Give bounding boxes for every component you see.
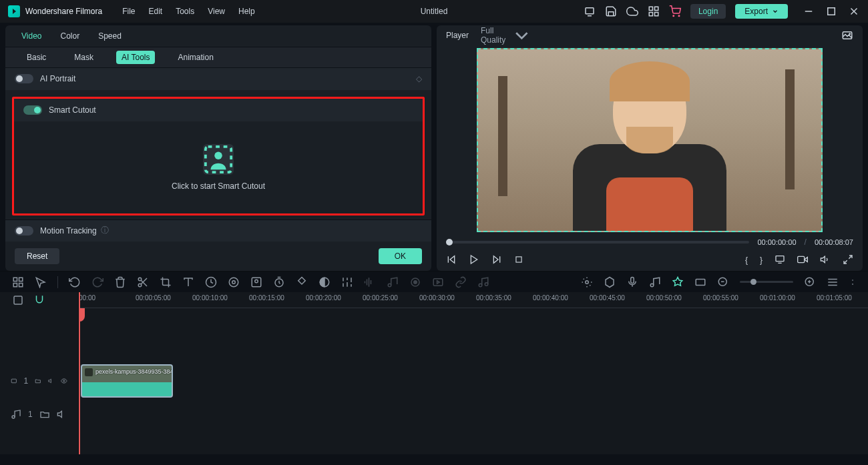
link-icon[interactable] [455,276,467,288]
more-icon[interactable] [849,276,856,288]
zoom-slider[interactable] [740,281,793,283]
tab-color[interactable]: Color [60,31,79,41]
list-icon[interactable] [827,276,839,288]
help-icon[interactable]: ⓘ [101,225,109,236]
camera-icon[interactable] [797,254,808,267]
login-button[interactable]: Login [690,4,726,19]
render-icon[interactable] [432,276,444,288]
mask-tool-icon[interactable] [318,276,331,288]
subtab-mask[interactable]: Mask [69,51,99,64]
mark-in-icon[interactable]: { [745,256,748,265]
menu-file[interactable]: File [122,7,135,16]
display-icon[interactable] [775,254,785,267]
folder-icon[interactable] [35,364,41,398]
undo-icon[interactable] [69,276,81,288]
mute-icon[interactable] [57,398,67,431]
mark-out-icon[interactable]: } [760,256,763,265]
minimize-icon[interactable] [803,5,815,17]
menu-help[interactable]: Help [238,7,255,16]
smart-cutout-start-button[interactable] [203,144,234,175]
music-icon[interactable] [477,276,489,288]
mixer-icon[interactable] [649,276,661,288]
effects-icon[interactable] [581,276,593,288]
svg-point-49 [388,284,391,287]
timeline-ruler[interactable]: 00:0000:00:05:0000:00:10:0000:00:15:0000… [79,292,868,308]
player-viewport[interactable] [437,45,863,235]
zoom-in-icon[interactable] [804,276,816,288]
apps-icon[interactable] [648,5,660,17]
visibility-icon[interactable] [61,364,67,398]
timeline-canvas[interactable]: 00:0000:00:05:0000:00:10:0000:00:15:0000… [79,292,868,454]
export-button[interactable]: Export [735,4,788,19]
mute-icon[interactable] [48,364,55,398]
split-icon[interactable] [137,276,149,288]
video-track-header: 1 [0,364,78,398]
color-icon[interactable] [228,276,240,288]
cursor-icon[interactable] [35,276,47,288]
ok-button[interactable]: OK [379,248,422,264]
timer-icon[interactable] [273,276,285,288]
detach-audio-icon[interactable] [387,276,399,288]
ruler-tick: 00:00:35:00 [476,294,511,302]
mic-icon[interactable] [626,276,638,288]
cart-icon[interactable] [669,5,681,17]
toggle-smart-cutout[interactable] [23,105,42,115]
quality-dropdown[interactable]: Full Quality [481,25,533,47]
speed-icon[interactable] [205,276,217,288]
reset-button[interactable]: Reset [15,248,59,264]
adjust-icon[interactable] [341,276,353,288]
subtab-animation[interactable]: Animation [172,51,218,64]
svg-rect-0 [586,8,594,14]
audio-icon[interactable] [364,276,376,288]
redo-icon[interactable] [91,276,103,288]
volume-icon[interactable] [820,254,831,267]
maximize-icon[interactable] [825,5,837,17]
close-icon[interactable] [848,5,860,17]
timeline-track-headers: 1 1 [0,292,79,454]
record-icon[interactable] [409,276,421,288]
ruler-tick: 00:00:20:00 [306,294,341,302]
svg-rect-30 [19,283,23,286]
play-button[interactable] [469,254,479,267]
keyframe-icon[interactable] [296,276,308,288]
tab-video[interactable]: Video [21,31,41,41]
magnet-icon[interactable] [33,294,45,306]
zoom-out-icon[interactable] [717,276,729,288]
menu-edit[interactable]: Edit [149,7,163,16]
delete-icon[interactable] [114,276,126,288]
subtab-basic[interactable]: Basic [21,51,51,64]
prev-frame-button[interactable] [446,254,457,267]
ai-icon[interactable] [672,276,684,288]
menu-tools[interactable]: Tools [176,7,194,16]
inspector-tabs: Video Color Speed [5,25,431,47]
toggle-motion-tracking[interactable] [15,226,33,236]
text-icon[interactable] [182,276,194,288]
next-frame-button[interactable] [491,254,502,267]
folder-icon[interactable] [39,398,50,431]
fullscreen-icon[interactable] [843,254,853,267]
track-area[interactable]: pexels-kampus-3849935-3840... [79,308,868,454]
save-icon[interactable] [605,5,617,17]
svg-point-14 [849,33,851,35]
crop-icon[interactable] [160,276,172,288]
aspect-icon[interactable] [694,276,706,288]
subtab-ai-tools[interactable]: AI Tools [116,51,155,64]
tab-speed[interactable]: Speed [98,31,122,41]
cloud-icon[interactable] [626,5,638,17]
track-options-icon[interactable] [12,294,24,306]
toggle-ai-portrait[interactable] [15,74,33,83]
playhead[interactable] [79,292,80,454]
video-clip[interactable]: pexels-kampus-3849935-3840... [81,364,173,398]
device-icon[interactable] [584,5,596,17]
grid-icon[interactable] [12,276,24,288]
snapshot-icon[interactable] [841,29,853,41]
scrubber[interactable] [446,241,749,244]
main-row: Video Color Speed Basic Mask AI Tools An… [0,23,868,271]
menu-bar: File Edit Tools View Help [122,7,255,16]
keyframe-diamond-icon[interactable]: ◇ [416,74,422,83]
marker-icon[interactable] [604,276,616,288]
menu-view[interactable]: View [208,7,225,16]
stop-button[interactable] [514,255,523,266]
svg-point-58 [650,284,654,287]
greenscreen-icon[interactable] [250,276,262,288]
